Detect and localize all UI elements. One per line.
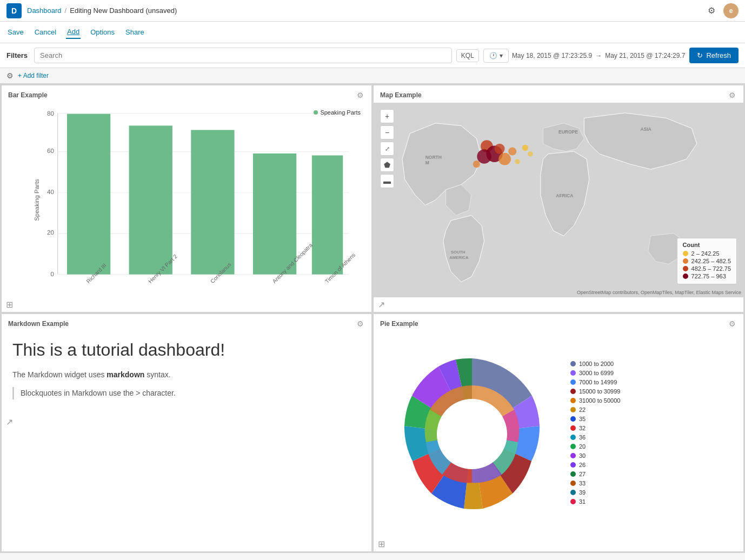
pie-label-10: 20	[579, 443, 586, 450]
time-picker: 🕐 ▾ May 18, 2015 @ 17:23:25.9 → May 21, …	[483, 49, 686, 63]
map-chart-panel: Map Example ⚙ NORTH	[373, 85, 744, 312]
clock-icon: 🕐	[489, 52, 497, 59]
pie-legend-30: 30	[570, 452, 737, 459]
pie-legend: 1000 to 2000 3000 to 6999 7000 to 14999 …	[564, 361, 737, 508]
time-from: May 18, 2015 @ 17:23:25.9	[512, 52, 592, 59]
cancel-button[interactable]: Cancel	[34, 26, 57, 38]
map-resize-icon[interactable]: ↗	[378, 299, 385, 310]
svg-text:M: M	[425, 160, 429, 165]
options-button[interactable]: Options	[89, 26, 116, 38]
bar-legend-label: Speaking Parts	[320, 109, 361, 116]
pie-label-15: 39	[579, 489, 586, 496]
app-icon: D	[6, 3, 22, 18]
refresh-button[interactable]: ↻ Refresh	[689, 48, 739, 63]
map-chart-title: Map Example	[380, 91, 422, 99]
pie-dot-13	[570, 471, 576, 477]
breadcrumb: Dashboard / Editing New Dashboard (unsav…	[27, 6, 704, 15]
search-input[interactable]	[34, 48, 452, 63]
rectangle-tool[interactable]: ▬	[380, 174, 394, 188]
pie-dot-3	[570, 379, 576, 385]
map-legend-title: Count	[683, 242, 731, 248]
markdown-text-2: syntax.	[144, 370, 170, 379]
polygon-tool[interactable]: ⬟	[380, 158, 394, 172]
bar-chart-header: Bar Example ⚙	[2, 85, 371, 103]
legend-color-2	[683, 258, 688, 264]
bar-chart-container: Speaking Parts 0 20 40 60 80	[2, 103, 371, 297]
time-picker-button[interactable]: 🕐 ▾	[483, 49, 509, 63]
pie-dot-9	[570, 435, 576, 440]
filter-gear-icon[interactable]: ⚙	[6, 71, 14, 80]
map-legend-item-2: 242.25 – 482.5	[683, 258, 731, 264]
settings-icon[interactable]: ⚙	[704, 3, 719, 18]
pie-chart-footer: ⊞	[374, 537, 743, 551]
svg-point-30	[508, 147, 516, 155]
pie-label-14: 33	[579, 480, 586, 486]
refresh-icon: ↻	[697, 51, 703, 59]
add-button[interactable]: Add	[66, 25, 81, 39]
markdown-bold: markdown	[107, 370, 144, 379]
pie-expand-icon[interactable]: ⊞	[378, 539, 385, 549]
bar-henry	[129, 125, 172, 274]
markdown-footer: ↗	[2, 415, 371, 429]
time-range: May 18, 2015 @ 17:23:25.9 → May 21, 2015…	[512, 52, 686, 59]
pie-label-3: 7000 to 14999	[579, 379, 617, 385]
filter-bar: Filters KQL 🕐 ▾ May 18, 2015 @ 17:23:25.…	[0, 43, 745, 68]
filter-options-row: ⚙ + Add filter	[0, 68, 745, 84]
pie-chart-title: Pie Example	[380, 320, 418, 328]
svg-text:60: 60	[47, 148, 54, 154]
bar-chart-expand-icon[interactable]: ⊞	[6, 299, 13, 310]
user-avatar[interactable]: e	[723, 3, 739, 18]
legend-label-2: 242.25 – 482.5	[691, 258, 731, 264]
save-button[interactable]: Save	[6, 26, 25, 38]
markdown-heading: This is a tutorial dashboard!	[12, 340, 361, 360]
filters-label: Filters	[6, 51, 28, 59]
pie-dot-14	[570, 481, 576, 486]
map-legend-item-3: 482.5 – 722.75	[683, 265, 731, 272]
pie-legend-36: 36	[570, 434, 737, 441]
svg-text:NORTH: NORTH	[425, 155, 442, 160]
markdown-gear[interactable]: ⚙	[356, 318, 365, 329]
legend-label-1: 2 – 242.25	[691, 250, 720, 257]
legend-color-3	[683, 266, 688, 271]
zoom-in-button[interactable]: +	[380, 109, 394, 123]
action-toolbar: Save Cancel Add Options Share	[0, 22, 745, 43]
bar-richard	[67, 114, 110, 275]
pie-label-13: 27	[579, 471, 586, 477]
map-legend-item-1: 2 – 242.25	[683, 250, 731, 257]
svg-text:20: 20	[47, 229, 54, 236]
pie-dot-1	[570, 361, 576, 366]
kql-badge[interactable]: KQL	[456, 49, 479, 62]
map-controls: + − ⤢ ⬟ ▬	[380, 109, 394, 188]
pie-chart-gear[interactable]: ⚙	[728, 318, 737, 329]
markdown-text-1: The Markdown widget uses	[12, 370, 107, 379]
pie-label-16: 31	[579, 498, 586, 505]
pie-label-1: 1000 to 2000	[579, 361, 614, 367]
bar-chart-panel: Bar Example ⚙ Speaking Parts 0 20 40 60 …	[1, 85, 372, 312]
pie-dot-11	[570, 453, 576, 458]
markdown-expand-icon[interactable]: ↗	[6, 417, 13, 427]
svg-point-33	[473, 161, 480, 168]
breadcrumb-parent[interactable]: Dashboard	[27, 6, 62, 15]
svg-text:SOUTH: SOUTH	[451, 250, 465, 255]
map-chart-gear[interactable]: ⚙	[728, 90, 737, 101]
pie-legend-35: 35	[570, 416, 737, 422]
bar-timon	[312, 155, 343, 274]
zoom-out-button[interactable]: −	[380, 125, 394, 139]
pie-label-4: 15000 to 30999	[579, 388, 620, 395]
svg-text:Speaking Parts: Speaking Parts	[34, 179, 40, 221]
bar-chart-gear[interactable]: ⚙	[356, 90, 365, 101]
pie-legend-33: 33	[570, 480, 737, 486]
pie-legend-7000-14999: 7000 to 14999	[570, 379, 737, 385]
pie-legend-31000-50000: 31000 to 50000	[570, 397, 737, 404]
legend-color-1	[683, 251, 688, 256]
refresh-label: Refresh	[706, 51, 731, 59]
share-button[interactable]: Share	[124, 26, 145, 38]
fit-bounds-button[interactable]: ⤢	[380, 142, 394, 156]
markdown-content: This is a tutorial dashboard! The Markdo…	[2, 331, 371, 415]
svg-point-28	[495, 144, 505, 154]
svg-point-35	[437, 399, 507, 469]
add-filter-button[interactable]: + Add filter	[18, 72, 49, 79]
top-bar-actions: ⚙ e	[704, 3, 739, 18]
top-bar: D Dashboard / Editing New Dashboard (uns…	[0, 0, 745, 22]
map-attribution: OpenStreetMap contributors, OpenMapTiles…	[577, 290, 741, 295]
